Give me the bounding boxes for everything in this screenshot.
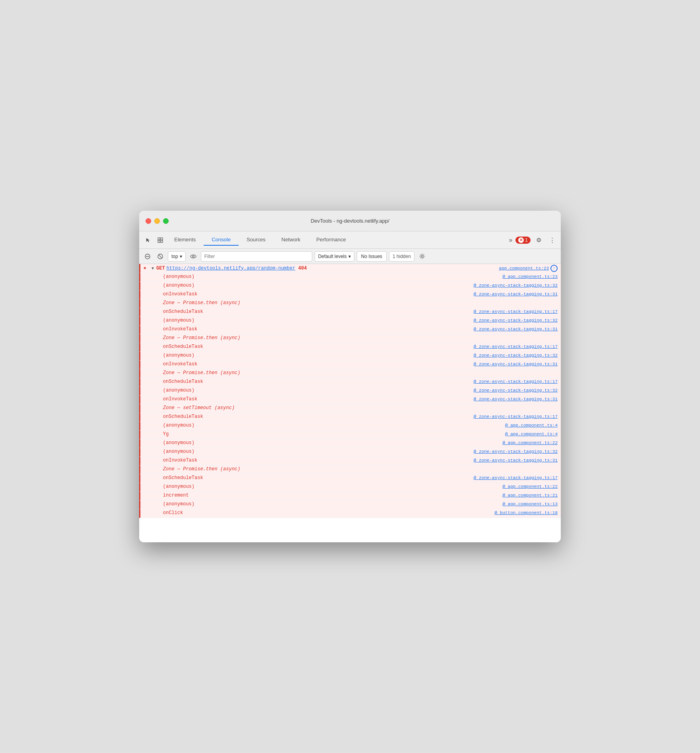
source-link-18[interactable]: @ zone-async-stack-tagging.ts:31 [474,458,558,463]
log-async-text-1: Zone — Promise.then (async) [152,300,558,306]
tab-performance[interactable]: Performance [308,234,354,246]
settings-button[interactable]: ⚙ [533,235,544,246]
log-entry-async-4: Zone — setTimeout (async) [139,404,561,413]
upload-icon: ↑ [550,265,558,272]
tab-elements[interactable]: Elements [166,234,204,246]
levels-dropdown-icon: ▾ [348,254,351,259]
source-link-1[interactable]: @ app.component.ts:23 [502,274,558,279]
log-entry-14: (anonymous) @ app.component.ts:4 [139,422,561,431]
log-entry-async-2: Zone — Promise.then (async) [139,334,561,343]
log-text-16: (anonymous) [152,440,502,446]
http-method: GET [156,266,165,271]
error-count: 1 [525,237,528,243]
more-tabs-button[interactable]: » [506,235,515,245]
log-entry-8: (anonymous) @ zone-async-stack-tagging.t… [139,352,561,361]
log-async-text-4: Zone — setTimeout (async) [152,405,558,411]
svg-rect-3 [161,241,163,243]
source-link-15[interactable]: @ app.component.ts:4 [505,432,558,437]
source-link-3[interactable]: @ zone-async-stack-tagging.ts:31 [474,292,558,297]
source-link-10[interactable]: @ zone-async-stack-tagging.ts:17 [474,379,558,384]
source-link-16[interactable]: @ app.component.ts:22 [502,441,558,445]
log-text-4: onScheduleTask [152,309,474,314]
source-link-22[interactable]: @ app.component.ts:13 [502,502,558,507]
toolbar-right: ✕ 1 ⚙ ⋮ [515,235,558,246]
svg-point-9 [192,255,194,257]
log-text-6: onInvokeTask [152,326,474,332]
log-text-2: (anonymous) [152,283,474,288]
log-text-12: onInvokeTask [152,396,474,402]
source-link-21[interactable]: @ app.component.ts:21 [502,493,558,498]
cursor-tool-button[interactable] [142,235,154,246]
log-entry-6: onInvokeTask @ zone-async-stack-tagging.… [139,326,561,334]
log-async-text-5: Zone — Promise.then (async) [152,466,558,472]
log-text-13: onScheduleTask [152,414,474,419]
log-text-18: onInvokeTask [152,458,474,463]
block-button[interactable] [155,251,165,262]
error-icon: ✕ [518,237,524,243]
minimize-button[interactable] [154,218,160,224]
log-entry-async-3: Zone — Promise.then (async) [139,369,561,378]
log-text-9: onInvokeTask [152,361,474,367]
source-link-main[interactable]: app.component.ts:23 [499,266,549,271]
log-entry-18: onInvokeTask @ zone-async-stack-tagging.… [139,457,561,466]
source-link-11[interactable]: @ zone-async-stack-tagging.ts:32 [474,388,558,393]
tab-network[interactable]: Network [274,234,309,246]
inspect-button[interactable] [154,235,166,246]
clear-console-button[interactable] [142,251,153,262]
log-entry-error: ✖ ▼ GET https://ng-devtools.netlify.app/… [139,264,561,273]
source-link-9[interactable]: @ zone-async-stack-tagging.ts:31 [474,362,558,367]
source-link-7[interactable]: @ zone-async-stack-tagging.ts:17 [474,344,558,349]
log-entry-1: (anonymous) @ app.component.ts:23 [139,273,561,282]
tab-console[interactable]: Console [204,234,239,246]
source-link-6[interactable]: @ zone-async-stack-tagging.ts:31 [474,327,558,332]
log-text-1: (anonymous) [152,274,502,279]
log-entry-13: onScheduleTask @ zone-async-stack-taggin… [139,413,561,422]
svg-line-7 [159,254,162,258]
log-text-20: (anonymous) [152,484,502,489]
source-link-19[interactable]: @ zone-async-stack-tagging.ts:17 [474,475,558,480]
traffic-lights [146,218,169,224]
eye-button[interactable] [188,251,198,262]
window-title: DevTools - ng-devtools.netlify.app/ [311,218,389,224]
svg-rect-1 [161,238,163,240]
tab-bar: Elements Console Sources Network Perform… [166,234,506,246]
source-link-4[interactable]: @ zone-async-stack-tagging.ts:17 [474,309,558,314]
log-text-23: onClick [152,510,495,516]
close-button[interactable] [146,218,151,224]
context-selector[interactable]: top ▾ [168,251,186,262]
log-text-21: increment [152,493,502,498]
source-link-14[interactable]: @ app.component.ts:4 [505,423,558,428]
log-levels-button[interactable]: Default levels ▾ [315,251,354,262]
console-settings-button[interactable] [417,251,427,262]
log-text-3: onInvokeTask [152,291,474,297]
source-link-17[interactable]: @ zone-async-stack-tagging.ts:32 [474,449,558,454]
svg-point-10 [421,255,423,257]
issues-label: No Issues [361,254,382,259]
source-link-13[interactable]: @ zone-async-stack-tagging.ts:17 [474,414,558,419]
context-value: top [171,254,178,259]
source-link-2[interactable]: @ zone-async-stack-tagging.ts:32 [474,283,558,288]
maximize-button[interactable] [163,218,169,224]
log-entry-async-1: Zone — Promise.then (async) [139,299,561,308]
hidden-count: 1 hidden [389,251,414,262]
log-text-14: (anonymous) [152,423,505,428]
source-link-23[interactable]: @ button.component.ts:18 [495,510,558,515]
tab-sources[interactable]: Sources [239,234,274,246]
source-link-8[interactable]: @ zone-async-stack-tagging.ts:32 [474,353,558,358]
request-url[interactable]: https://ng-devtools.netlify.app/random-n… [167,266,296,271]
source-link-20[interactable]: @ app.component.ts:22 [502,484,558,489]
more-options-button[interactable]: ⋮ [546,235,558,246]
filter-input[interactable] [201,251,312,262]
issues-button[interactable]: No Issues [357,251,387,262]
log-entry-async-5: Zone — Promise.then (async) [139,466,561,474]
svg-rect-2 [158,241,160,243]
expand-icon[interactable]: ▼ [152,266,156,271]
log-entry-16: (anonymous) @ app.component.ts:22 [139,439,561,448]
error-count-badge[interactable]: ✕ 1 [515,237,531,244]
log-entry-12: onInvokeTask @ zone-async-stack-tagging.… [139,396,561,404]
source-link-12[interactable]: @ zone-async-stack-tagging.ts:31 [474,397,558,402]
main-toolbar: Elements Console Sources Network Perform… [139,231,561,249]
source-link-5[interactable]: @ zone-async-stack-tagging.ts:32 [474,318,558,323]
log-entry-17: (anonymous) @ zone-async-stack-tagging.t… [139,448,561,457]
error-icon: ✖ [144,266,150,271]
